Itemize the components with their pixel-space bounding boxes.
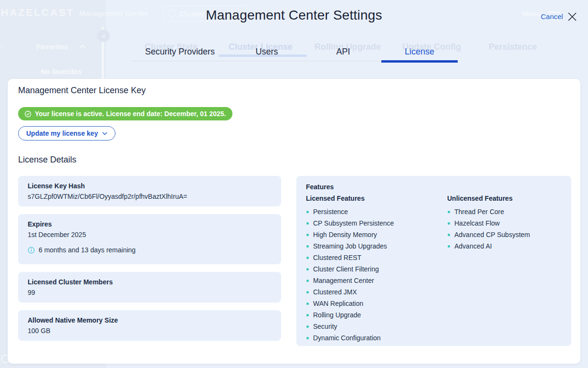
- feature-item: CP Subsystem Persistence: [306, 217, 447, 229]
- feature-item: High Density Memory: [306, 229, 447, 240]
- backdrop-no-favorites-text: No favorites: [41, 67, 82, 76]
- settings-tab-bar: Security Providers Users API License: [131, 44, 458, 61]
- license-key-heading: Management Center License Key: [18, 86, 146, 96]
- features-heading: Features: [306, 183, 562, 191]
- feature-item: Dynamic Configuration: [306, 332, 447, 344]
- license-details-grid: License Key Hash s7GLZpf0WTMiz/Cb6Fl/Oyy…: [18, 176, 571, 346]
- cancel-button[interactable]: Cancel: [541, 12, 563, 21]
- expires-value: 1st December 2025: [28, 231, 272, 238]
- features-panel: Features Licensed Features PersistenceCP…: [296, 176, 571, 346]
- page-title: Management Center Settings: [0, 8, 588, 23]
- license-details-heading: License Details: [18, 155, 76, 165]
- card-label: License Key Hash: [28, 182, 272, 190]
- time-remaining-text: 6 months and 13 days remaining: [39, 246, 136, 254]
- expires-card: Expires 1st December 2025 6 months and 1…: [18, 214, 281, 264]
- license-key-hash-card: License Key Hash s7GLZpf0WTMiz/Cb6Fl/Oyy…: [18, 176, 281, 206]
- native-memory-value: 100 GB: [28, 327, 272, 335]
- ghost-tab-persistence: Persistence: [489, 42, 537, 52]
- update-license-key-button[interactable]: Update my license key: [18, 126, 116, 141]
- cluster-members-value: 99: [28, 289, 272, 296]
- close-icon[interactable]: [566, 11, 578, 23]
- feature-item: Hazelcast Flow: [447, 217, 562, 229]
- backdrop-favorites-label: Favorites: [36, 43, 68, 51]
- info-icon: [28, 247, 35, 254]
- feature-item: Clustered JMX: [306, 286, 447, 298]
- feature-item: Security: [306, 321, 447, 332]
- feature-item: Advanced CP Subsystem: [447, 229, 562, 240]
- unlicensed-features-column: Unlicensed Features Thread Per CoreHazel…: [447, 195, 562, 344]
- feature-item: Management Center: [306, 275, 447, 286]
- feature-item: Persistence: [306, 206, 447, 217]
- feature-item: Advanced AI: [447, 240, 562, 252]
- unlicensed-features-list: Thread Per CoreHazelcast FlowAdvanced CP…: [447, 206, 562, 252]
- licensed-features-list: PersistenceCP Subsystem PersistenceHigh …: [306, 206, 447, 344]
- feature-item: Rolling Upgrade: [306, 309, 447, 321]
- feature-item: Streaming Job Upgrades: [306, 240, 447, 252]
- chevron-down-icon: [102, 132, 107, 135]
- tab-security-providers[interactable]: Security Providers: [131, 44, 229, 61]
- feature-item: Cluster Client Filtering: [306, 263, 447, 275]
- cluster-members-card: Licensed Cluster Members 99: [18, 272, 281, 303]
- license-settings-panel: Management Center License Key Your licen…: [8, 79, 580, 364]
- license-key-hash-value: s7GLZpf0WTMiz/Cb6Fl/Oyyasdfp2r/pfhvBaztX…: [28, 193, 272, 200]
- license-status-badge: Your license is active. License end date…: [18, 107, 232, 120]
- check-circle-icon: [24, 110, 32, 118]
- sidebar-collapse-icon: «: [97, 30, 110, 42]
- card-label: Expires: [28, 220, 272, 228]
- tab-users[interactable]: Users: [229, 44, 305, 61]
- feature-item: Clustered REST: [306, 252, 447, 263]
- licensed-features-column: Licensed Features PersistenceCP Subsyste…: [306, 195, 447, 344]
- card-label: Licensed Cluster Members: [28, 278, 272, 286]
- license-details-cards: License Key Hash s7GLZpf0WTMiz/Cb6Fl/Oyy…: [18, 176, 281, 346]
- license-status-text: Your license is active. License end date…: [35, 110, 226, 118]
- tab-license[interactable]: License: [381, 44, 458, 61]
- star-icon: ☆: [0, 40, 5, 51]
- unlicensed-features-heading: Unlicensed Features: [447, 195, 562, 202]
- card-label: Allowed Native Memory Size: [28, 316, 272, 324]
- feature-item: Thread Per Core: [447, 206, 562, 217]
- native-memory-card: Allowed Native Memory Size 100 GB: [18, 310, 281, 341]
- feature-item: WAN Replication: [306, 298, 447, 309]
- time-remaining-row: 6 months and 13 days remaining: [28, 246, 272, 254]
- licensed-features-heading: Licensed Features: [306, 195, 447, 202]
- tab-api[interactable]: API: [305, 44, 381, 61]
- chevron-up-icon: [79, 45, 86, 49]
